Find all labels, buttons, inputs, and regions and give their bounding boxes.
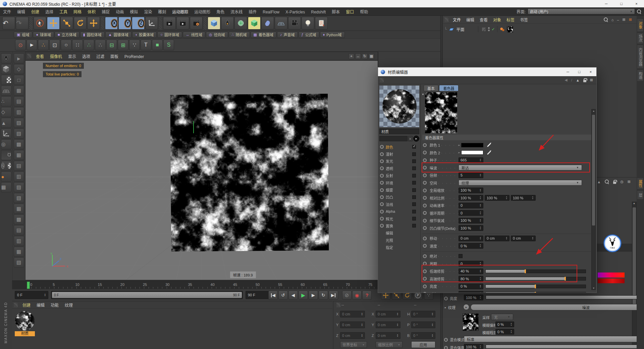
material-manager-menu[interactable]: 编辑 (34, 303, 48, 308)
value-field-z[interactable]: 0 cm (511, 236, 536, 241)
workplane-mode-icon[interactable] (1, 86, 11, 96)
menu-item[interactable]: 捕捉 (99, 10, 113, 14)
cluster-gray-icon[interactable]: ∴ (95, 40, 106, 50)
palette-button[interactable]: ▥ (14, 107, 24, 117)
value-field[interactable]: 0 (459, 210, 483, 216)
drag-grip[interactable] (444, 17, 448, 22)
radio-icon[interactable] (380, 174, 384, 178)
menu-item[interactable]: 文件 (0, 10, 14, 14)
viewport-menu-item[interactable]: 面板 (107, 54, 121, 59)
viewport-menu-item[interactable]: 显示 (65, 54, 79, 59)
goto-end-button[interactable]: ▶ (329, 291, 338, 300)
drag-grip[interactable] (336, 303, 340, 307)
maximize-button[interactable]: □ (574, 68, 585, 76)
radio-icon[interactable] (423, 196, 427, 200)
position-x-field[interactable]: 0 cm (340, 311, 365, 317)
material-thumbnail[interactable] (15, 311, 35, 331)
radio-icon[interactable] (423, 285, 427, 288)
tab-content-browser[interactable]: 内容浏览器 (637, 45, 644, 69)
toolbar-button[interactable] (204, 17, 207, 30)
material-channel-row[interactable]: 辉光 (379, 215, 420, 222)
pan-view-icon[interactable]: + (348, 53, 354, 59)
lock-icon[interactable] (613, 182, 616, 184)
render-visibility-dot[interactable] (488, 30, 490, 31)
radio-icon[interactable] (380, 152, 384, 156)
apply-button[interactable]: 应用 (411, 341, 435, 348)
search-icon[interactable] (604, 17, 608, 22)
capsule-field-button[interactable]: ◖ 胶囊体域 (132, 32, 157, 38)
lock-y-axis-icon[interactable]: Y (118, 17, 131, 30)
model-mode-icon[interactable] (1, 64, 11, 74)
drag-grip[interactable] (27, 54, 31, 58)
workplane-lock-icon[interactable]: ▦ (1, 182, 11, 192)
value-field[interactable]: 40 % (459, 268, 483, 274)
search-icon[interactable] (637, 9, 641, 14)
enabled-check-icon[interactable]: ✓ (492, 27, 495, 32)
radio-icon[interactable] (423, 181, 427, 185)
eyedropper-icon[interactable] (487, 151, 491, 154)
menu-item[interactable]: 插件 (246, 10, 260, 14)
deformers-icon[interactable] (261, 17, 274, 30)
spinner-icon[interactable] (42, 293, 46, 297)
record-disabled-button[interactable]: ⊘ (342, 291, 352, 300)
torus-field-button[interactable]: ○ 圆环体域 (157, 32, 182, 38)
menu-item[interactable]: 雕刻 (155, 10, 169, 14)
gradient-preview-bar[interactable] (598, 279, 625, 283)
play-button[interactable]: ▶ (299, 291, 308, 300)
dotted-circle-icon[interactable]: ○ (61, 40, 71, 50)
volume-builder-icon[interactable]: ⊟ (106, 40, 117, 50)
coordinate-system-icon[interactable] (145, 17, 158, 30)
viewport-menu-item[interactable]: ProRender (121, 54, 147, 59)
radio-icon[interactable] (380, 195, 384, 199)
menu-item[interactable]: 运动跟踪 (169, 10, 191, 14)
object-row[interactable]: └ 平面 ✓ (444, 26, 513, 33)
coordinate-system-dropdown[interactable]: 世界坐标▼ (340, 341, 367, 348)
radio-icon[interactable] (423, 151, 427, 154)
menu-item[interactable]: 选择 (42, 10, 56, 14)
object-manager-menu-item[interactable]: 书签 (517, 18, 531, 22)
radio-icon[interactable] (423, 226, 427, 230)
frame-range-slider[interactable]: 0 F90 F (51, 291, 243, 299)
sculpt-mode-icon[interactable]: S (1, 161, 11, 171)
size-z-field[interactable]: 0 cm (376, 332, 400, 339)
move-tool-icon[interactable] (47, 17, 60, 30)
texture-mode-icon[interactable] (1, 75, 11, 85)
position-z-field[interactable]: 0 cm (340, 332, 365, 339)
value-field-x[interactable]: 100 % (459, 195, 483, 201)
zoom-view-icon[interactable]: ↔ (355, 53, 361, 59)
sampling-dropdown[interactable]: 无▼ (491, 314, 513, 320)
toggle-view-icon[interactable]: ▦ (369, 53, 374, 59)
channel-checkbox[interactable] (412, 217, 416, 220)
radio-icon[interactable] (423, 237, 427, 240)
object-manager-menu-item[interactable]: 查看 (477, 18, 490, 22)
eyedropper-icon[interactable] (487, 143, 491, 147)
object-manager-menu-item[interactable]: 文件 (450, 18, 464, 22)
channel-checkbox[interactable] (412, 195, 416, 199)
record-keyframe-button[interactable]: ◉ (352, 291, 362, 300)
render-view-icon[interactable] (163, 17, 176, 30)
object-manager-menu-item[interactable]: 标签 (504, 18, 517, 22)
material-channel-row[interactable]: Alpha (379, 208, 420, 215)
next-frame-button[interactable]: ▶ (309, 291, 318, 300)
current-frame-field[interactable]: 0 F (15, 291, 48, 299)
mix-strength-field[interactable]: 100 % (464, 344, 483, 349)
channel-checkbox[interactable] (412, 224, 416, 228)
rotation-p-field[interactable]: 0 ° (411, 321, 435, 328)
cone-field-button[interactable]: ▲ 圆锥体域 (105, 32, 131, 38)
radio-icon[interactable] (380, 159, 384, 163)
palette-button[interactable]: ▦ (14, 86, 24, 96)
cylinder-field-button[interactable]: ▮ 圆柱体域 (80, 32, 105, 38)
up-icon[interactable]: ▲ (576, 78, 580, 82)
material-manager-menu[interactable]: 创建 (19, 303, 34, 308)
scrollbar[interactable]: ▲▼ (591, 109, 596, 290)
formula-field-button[interactable]: ƒ 公式域 (299, 32, 319, 38)
value-slider[interactable] (485, 292, 586, 293)
linear-field-button[interactable]: ↔ 线性域 (183, 32, 205, 38)
channel-checkbox[interactable] (412, 174, 416, 178)
generators-icon[interactable] (234, 17, 247, 30)
radio-icon[interactable] (444, 346, 448, 349)
radio-icon[interactable] (380, 202, 384, 206)
material-editor-titlebar[interactable]: 材质编辑器 ─ □ × (378, 67, 596, 76)
camera-icon[interactable] (288, 17, 301, 30)
value-field-y[interactable]: 0 cm (485, 236, 509, 241)
